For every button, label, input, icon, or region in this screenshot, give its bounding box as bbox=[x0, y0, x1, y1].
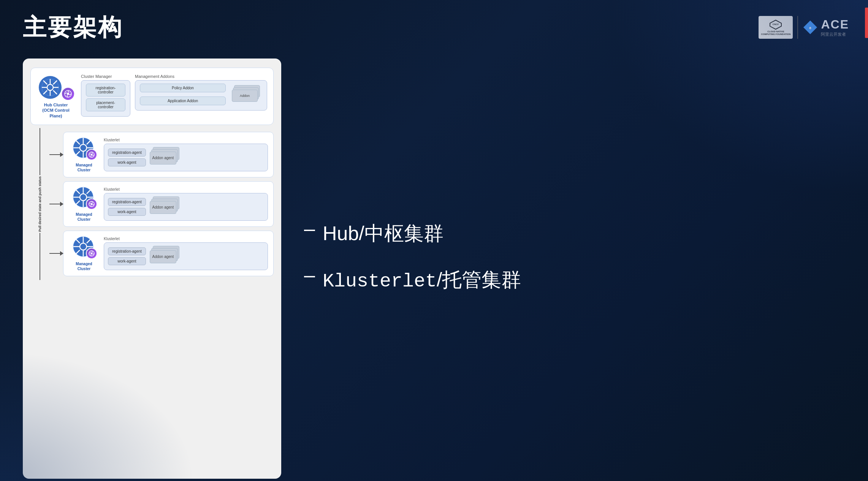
ace-sub-label: 阿里云开发者 bbox=[821, 32, 849, 37]
reg-agent-3: registration-agent bbox=[108, 247, 146, 255]
bullet-dash-2: – bbox=[304, 265, 315, 285]
arrow-1 bbox=[49, 154, 63, 155]
bullet-dash-1: – bbox=[304, 218, 315, 238]
addon-agent-front-3: Addon agent bbox=[150, 250, 176, 263]
hub-cluster-box: Hub Cluster (OCM Control Plane) Cluster … bbox=[30, 68, 274, 125]
managed-icon-2: Managed Cluster bbox=[69, 186, 99, 222]
main-content: Hub Cluster (OCM Control Plane) Cluster … bbox=[0, 51, 868, 481]
svg-text:CNCF: CNCF bbox=[773, 23, 779, 25]
managed-icon-wrap-2 bbox=[72, 186, 96, 210]
arrowhead-3 bbox=[60, 251, 66, 256]
addon-agent-front-1: Addon agent bbox=[150, 152, 176, 165]
logo-area: CNCF CLOUD NATIVECOMPUTING FOUNDATION ♠ … bbox=[759, 16, 849, 39]
right-content: – Hub/中枢集群 – Klusterlet/托管集群 bbox=[304, 59, 845, 479]
addon-agent-stack-1: Addon agent bbox=[150, 147, 180, 168]
management-addons-box: Policy Addon Application Addon Addon bbox=[135, 80, 267, 111]
klusterlet-box-3: Managed Cluster Klusterlet registration-… bbox=[63, 231, 274, 276]
klusterlet-right-3: Klusterlet registration-agent work-agent… bbox=[104, 237, 268, 270]
managed-icon-1: Managed Cluster bbox=[69, 137, 99, 172]
klusterlet-right-2: Klusterlet registration-agent work-agent… bbox=[104, 187, 268, 221]
bullet-text-2: Klusterlet/托管集群 bbox=[323, 268, 521, 293]
side-label-text: Pull desired state and push status bbox=[37, 175, 43, 233]
agents-3: registration-agent work-agent bbox=[108, 247, 146, 265]
work-agent-2: work-agent bbox=[108, 208, 146, 216]
agents-1: registration-agent work-agent bbox=[108, 149, 146, 166]
cluster-manager-box: registration- controller placement- cont… bbox=[81, 80, 130, 117]
managed-overlay-2 bbox=[86, 198, 97, 210]
klusterlet-label-3: Klusterlet bbox=[104, 237, 268, 241]
klusterlet-box-1: Managed Cluster Klusterlet registration-… bbox=[63, 132, 274, 177]
cncf-text: CLOUD NATIVECOMPUTING FOUNDATION bbox=[761, 30, 790, 36]
work-agent-1: work-agent bbox=[108, 158, 146, 166]
klusterlet-inner-1: registration-agent work-agent Addon agen… bbox=[104, 144, 268, 171]
svg-point-27 bbox=[91, 153, 93, 155]
klusterlet-inner-2: registration-agent work-agent Addon agen… bbox=[104, 193, 268, 221]
application-addon-pill: Application Addon bbox=[140, 97, 226, 105]
lower-section: Pull desired state and push status bbox=[30, 128, 274, 280]
k8s-wheel-icon bbox=[39, 76, 62, 99]
ace-label: ACE bbox=[821, 17, 849, 31]
managed-overlay-1 bbox=[86, 149, 97, 160]
cncf-logo: CNCF CLOUD NATIVECOMPUTING FOUNDATION bbox=[759, 16, 793, 39]
svg-point-39 bbox=[91, 203, 93, 205]
bullet-text-suffix-2: /托管集群 bbox=[437, 269, 521, 291]
registration-controller-pill: registration- controller bbox=[86, 84, 125, 97]
header: 主要架构 CNCF CLOUD NATIVECOMPUTING FOUNDATI… bbox=[0, 0, 868, 51]
bullet-item-2: – Klusterlet/托管集群 bbox=[304, 268, 845, 293]
klusterlet-label-1: Klusterlet bbox=[104, 138, 268, 142]
klusterlet-label-2: Klusterlet bbox=[104, 187, 268, 191]
managed-cluster-row-2: Managed Cluster Klusterlet registration-… bbox=[49, 181, 274, 227]
cluster-manager-panel: Cluster Manager registration- controller… bbox=[81, 74, 130, 117]
work-agent-3: work-agent bbox=[108, 257, 146, 265]
side-label-area: Pull desired state and push status bbox=[30, 128, 49, 280]
managed-label-1: Managed Cluster bbox=[76, 163, 92, 172]
hub-icon bbox=[39, 74, 73, 101]
ace-logo: ♠ ACE 阿里云开发者 bbox=[803, 17, 849, 37]
logo-divider bbox=[797, 16, 798, 39]
management-addons-panel: Management Addons Policy Addon Applicati… bbox=[135, 74, 267, 117]
klusterlet-box-2: Managed Cluster Klusterlet registration-… bbox=[63, 181, 274, 227]
svg-point-51 bbox=[91, 252, 93, 254]
placement-controller-pill: placement- controller bbox=[86, 98, 125, 111]
arrowhead-2 bbox=[60, 202, 66, 206]
policy-addon-pill: Policy Addon bbox=[140, 84, 226, 92]
addon-agent-stack-3: Addon agent bbox=[150, 246, 180, 267]
managed-icon-wrap-1 bbox=[72, 137, 96, 160]
klusterlet-right-1: Klusterlet registration-agent work-agent… bbox=[104, 138, 268, 171]
managed-clusters-list: Managed Cluster Klusterlet registration-… bbox=[49, 128, 274, 280]
hub-right-panels: Cluster Manager registration- controller… bbox=[81, 74, 267, 117]
managed-overlay-3 bbox=[86, 248, 97, 259]
managed-cluster-row-3: Managed Cluster Klusterlet registration-… bbox=[49, 231, 274, 276]
addon-row: Policy Addon Application Addon Addon bbox=[140, 84, 262, 107]
hub-cluster-label: Hub Cluster (OCM Control Plane) bbox=[37, 102, 75, 119]
arrow-3 bbox=[49, 253, 63, 254]
addon-stack: Addon bbox=[232, 85, 262, 106]
bullet-mono-2: Klusterlet bbox=[323, 271, 437, 292]
managed-label-3: Managed Cluster bbox=[76, 261, 92, 271]
helm-overlay-icon bbox=[61, 87, 75, 101]
svg-point-15 bbox=[67, 93, 69, 95]
reg-agent-1: registration-agent bbox=[108, 149, 146, 157]
managed-icon-3: Managed Cluster bbox=[69, 236, 99, 271]
managed-cluster-row-1: Managed Cluster Klusterlet registration-… bbox=[49, 132, 274, 177]
hub-top-row: Cluster Manager registration- controller… bbox=[81, 74, 267, 117]
hub-icon-area: Hub Cluster (OCM Control Plane) bbox=[37, 74, 75, 119]
bullet-text-prefix-1: Hub/中枢集群 bbox=[323, 222, 444, 244]
managed-label-2: Managed Cluster bbox=[76, 212, 92, 222]
bullet-item-1: – Hub/中枢集群 bbox=[304, 222, 845, 245]
svg-text:♠: ♠ bbox=[809, 25, 812, 30]
addon-agent-stack-2: Addon agent bbox=[150, 196, 180, 217]
klusterlet-inner-3: registration-agent work-agent Addon agen… bbox=[104, 242, 268, 270]
agents-2: registration-agent work-agent bbox=[108, 198, 146, 216]
page-title: 主要架构 bbox=[23, 11, 123, 43]
arrow-2 bbox=[49, 204, 63, 204]
addon-agent-front-2: Addon agent bbox=[150, 201, 176, 214]
diagram-container: Hub Cluster (OCM Control Plane) Cluster … bbox=[23, 59, 281, 479]
bullet-text-1: Hub/中枢集群 bbox=[323, 222, 444, 245]
arrowhead-1 bbox=[60, 152, 66, 157]
addon-card-front: Addon bbox=[232, 90, 258, 102]
managed-icon-wrap-3 bbox=[72, 236, 96, 259]
red-bar-accent bbox=[865, 8, 868, 38]
reg-agent-2: registration-agent bbox=[108, 198, 146, 206]
